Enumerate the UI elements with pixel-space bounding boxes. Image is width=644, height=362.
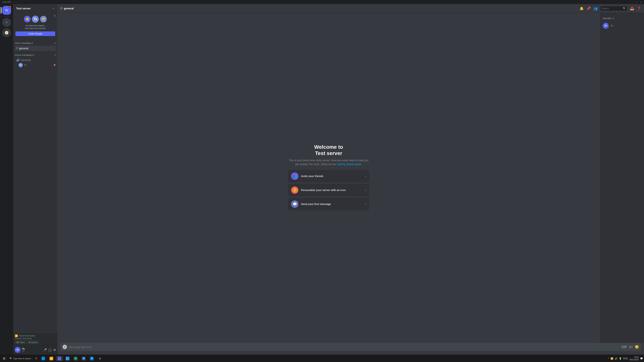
topbar-actions: 🔔 📌 👥 Search 🔍 📥 ❓ [580,6,641,11]
getting-started-link[interactable]: Getting Started guide. [337,163,362,166]
explore-servers-button[interactable]: 🧭 [2,28,11,37]
banner-icons: 😊 Ts 😄 [16,15,55,23]
personalize-label: Personalize your server with an icon [301,189,362,192]
user-status-dot [19,351,20,353]
search-label: Type here to search [13,358,31,360]
member-item-ts[interactable]: Ts Ts [601,22,642,30]
add-voice-channel-button[interactable]: + [54,53,56,57]
channel-hash-icon: # [60,6,62,10]
hash-icon: # [16,46,18,50]
taskbar-task-view[interactable]: ⧉ [34,357,39,360]
emoji-button[interactable]: 😊 [635,345,639,349]
start-button[interactable]: ⊞ [1,356,7,362]
apps-icon: ⊞ [98,357,102,360]
search-box[interactable]: Search 🔍 [600,6,627,11]
text-channels-label[interactable]: TEXT CHANNELS [15,42,33,44]
close-button[interactable]: ✕ [639,1,642,3]
invite-people-button[interactable]: Invite People [16,31,55,36]
message-input-wrapper: + GIF 🏷 😊 [60,343,641,351]
network-icon[interactable]: 📶 [610,357,613,360]
user-avatar: Ts [15,347,20,353]
welcome-card: Welcome to Test server This is your bran… [288,144,369,212]
explorer-icon: 📁 [50,357,53,360]
banner-text: An adventure begins. Let's add some frie… [16,24,55,30]
taskbar-apps[interactable]: ⊞ [96,356,104,361]
app-name: DISCORD [2,1,11,3]
voice-user-name-ts: Ts [24,64,26,66]
taskbar-discord[interactable]: 🎮 [56,356,63,361]
voice-connected-icon: 📶 [15,334,18,337]
topbar: # general 🔔 📌 👥 Search 🔍 📥 ❓ [58,4,644,13]
excel-icon: X [74,357,78,360]
voice-user-ts[interactable]: Ts Ts 🔇 [13,62,58,68]
action-card-invite-friends[interactable]: 👥 Invite your friends › [288,170,369,182]
discord-icon: 🎮 [58,357,61,360]
channel-members-icon[interactable]: 👥 [48,47,52,50]
windows-icon: ⊞ [3,357,5,360]
maximize-button[interactable]: □ [635,1,638,3]
member-status-dot-ts [607,27,609,29]
action-card-personalize[interactable]: 🎨 Personalize your server with an icon › [288,184,369,196]
voice-channels-label[interactable]: VOICE CHANNELS [15,54,34,56]
sticker-button[interactable]: 🏷 [629,345,632,349]
pinned-messages-icon[interactable]: 📌 [586,6,591,10]
server-header[interactable]: Test server ✕ [13,4,58,13]
taskbar-excel[interactable]: X [72,356,79,361]
messages-area: Welcome to Test server This is your bran… [58,13,600,343]
inbox-icon[interactable]: 📥 [630,6,634,10]
outlook-icon: O [90,357,94,360]
word-icon: W [82,357,86,360]
add-attachment-button[interactable]: + [62,345,67,349]
taskbar-chrome[interactable]: 🌐 [64,356,71,361]
channel-title: # general [60,6,74,10]
language-indicator: ENG [623,357,628,360]
username: Ts [22,348,42,350]
gif-button[interactable]: GIF [622,345,627,349]
member-avatar-ts: Ts [603,23,609,29]
deafen-button[interactable]: 🎧 [48,348,52,352]
member-list: ONLINE—1 Ts Ts [600,13,644,343]
taskbar: ⊞ 🔍 Type here to search ⧉ 🌐 📁 🎮 🌐 X W O … [0,355,644,362]
taskbar-outlook[interactable]: O [88,356,96,361]
chevron-icon[interactable]: ^ [608,357,609,360]
screen-icon: 🖥 [28,341,30,344]
video-button[interactable]: 📹 Video [15,340,26,344]
taskbar-search[interactable]: 🔍 Type here to search [8,357,33,360]
channel-settings-icon[interactable]: ⚙ [52,47,54,50]
volume-icon[interactable]: 🔊 [615,357,618,360]
taskbar-edge[interactable]: 🌐 [40,356,47,361]
server-banner: ✕ 😊 Ts 😄 An adventure begins. Let's add … [13,13,58,37]
chat-area: Welcome to Test server This is your bran… [58,13,644,343]
screen-button[interactable]: 🖥 Screen [27,340,39,344]
minimize-button[interactable]: ─ [631,1,634,3]
user-settings-button[interactable]: ⚙ [53,348,56,352]
mute-button[interactable]: 🎤 [43,348,47,352]
search-placeholder: Search [602,7,609,10]
taskbar-clock[interactable]: 19:00 30/11/2020 [630,356,639,361]
first-message-icon: 💬 [291,200,298,208]
banner-avatar-center: Ts [31,15,40,23]
voice-actions: 📹 Video 🖥 Screen [15,340,56,344]
welcome-description: This is your brand new, shiny server. He… [288,158,369,166]
channel-name-general: general [19,47,48,50]
banner-close-button[interactable]: ✕ [54,14,56,17]
personalize-icon: 🎨 [291,186,298,194]
channel-item-general[interactable]: # general 👥 ⚙ [15,46,56,51]
help-icon[interactable]: ❓ [637,6,641,10]
online-header: ONLINE—1 [601,16,642,21]
add-server-button[interactable]: + [2,18,11,27]
action-card-first-message[interactable]: 💬 Send your first message › [288,198,369,210]
server-icon-test-server[interactable]: Ts 1 [2,6,11,15]
taskbar-word[interactable]: W [80,356,88,361]
member-list-icon[interactable]: 👥 [594,6,598,10]
notification-settings-icon[interactable]: 🔔 [580,6,584,10]
taskbar-explorer[interactable]: 📁 [48,356,55,361]
notification-badge: 1 [9,5,12,8]
text-channels-category: TEXT CHANNELS + [13,39,58,46]
message-input[interactable] [69,346,620,349]
battery-icon[interactable]: 🔋 [619,357,622,360]
add-text-channel-button[interactable]: + [54,41,56,45]
notifications-button[interactable]: 💬 [640,357,643,360]
server-menu-icon: ✕ [52,7,54,10]
voice-channel-general[interactable]: 🔊 General [15,57,56,62]
